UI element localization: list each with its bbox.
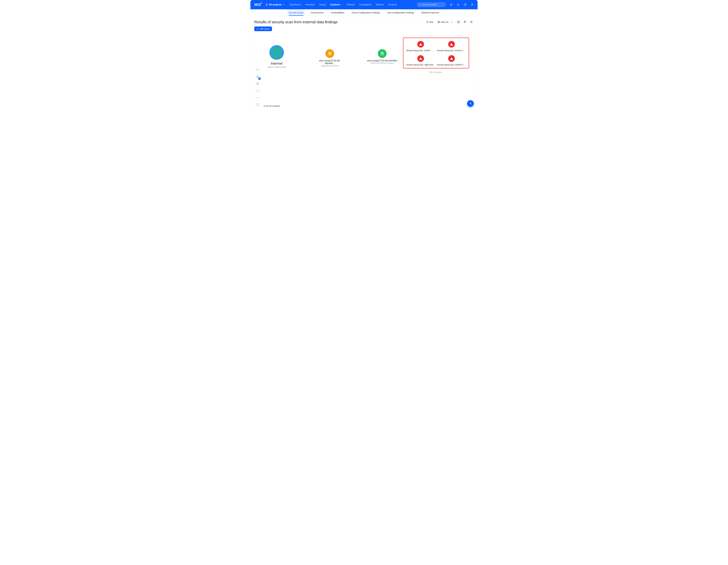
svg-point-7	[465, 22, 465, 23]
search-icon	[419, 3, 421, 6]
plus-icon	[256, 89, 259, 92]
main-nav: Dashboard Inventory Issues Explorer Poli…	[289, 3, 397, 6]
chevron-down-icon	[340, 4, 342, 6]
svg-point-11	[270, 45, 284, 59]
layers-button[interactable]: 2	[255, 74, 260, 79]
tab-vulnerabilities[interactable]: Vulnerabilities	[329, 10, 346, 16]
center-button[interactable]	[255, 81, 260, 86]
sparkle-icon	[469, 102, 472, 105]
project-selector-label: All projects	[269, 3, 282, 6]
finding-item[interactable]: Human Resources: GDPR Findings	[437, 55, 466, 66]
finding-label: Human Resources: High Risk...	[406, 64, 435, 66]
settings-button[interactable]	[457, 3, 460, 6]
nav-inventory[interactable]: Inventory	[305, 3, 315, 6]
alert-icon	[448, 55, 455, 62]
node-app-endpoint-subtitle: Application Endpoint	[314, 65, 345, 67]
nav-issues[interactable]: Issues	[319, 3, 326, 6]
zoom-out-button[interactable]	[255, 95, 260, 100]
nav-dashboard[interactable]: Dashboard	[289, 3, 301, 6]
search-input[interactable]: Search (Cmd/K)	[417, 2, 446, 7]
user-icon	[471, 3, 474, 6]
favorite-button[interactable]	[469, 20, 474, 24]
help-icon	[464, 3, 467, 6]
svg-point-1	[458, 4, 459, 5]
chevron-down-icon	[451, 21, 453, 23]
graph-canvas[interactable]: Internet Click to expand path amz-mysql-…	[250, 31, 478, 111]
finding-label: Human Resources: GDPR Findings	[437, 64, 466, 66]
new-button[interactable]: New	[425, 20, 435, 24]
user-menu-button[interactable]	[471, 3, 474, 6]
expand-icon	[256, 103, 259, 106]
svg-rect-4	[457, 21, 460, 23]
finding-label: Human Resources: French CNI...	[437, 49, 466, 52]
alert-icon	[417, 55, 424, 62]
alert-icon	[448, 41, 455, 48]
node-database-subtitle: AWS RDS MySQL Instance	[367, 62, 397, 64]
graph-icon	[464, 21, 466, 23]
nav-reports[interactable]: Reports	[376, 3, 384, 6]
collapse-hint: Click to colapse	[429, 71, 442, 73]
target-icon	[256, 82, 259, 85]
bell-icon	[450, 3, 453, 6]
pencil-icon	[257, 28, 259, 30]
nav-projects[interactable]: Projects	[388, 3, 397, 6]
graph-toolbar: 2	[255, 67, 260, 107]
alert-icon	[417, 41, 424, 48]
sidebar-icon	[457, 21, 460, 23]
stack-icon	[265, 3, 268, 6]
project-selector[interactable]: All projects	[265, 3, 285, 6]
fullscreen-button[interactable]	[255, 102, 260, 107]
save-as-button[interactable]: Save as...	[436, 20, 455, 24]
node-internet[interactable]: Internet Click to expand path	[262, 45, 291, 68]
chevron-down-icon	[282, 3, 285, 6]
node-internet-subtitle: Click to expand path	[262, 66, 291, 68]
tab-cloud-events[interactable]: Cloud Events	[309, 10, 325, 16]
search-placeholder: Search (Cmd/K)	[422, 3, 437, 6]
svg-point-0	[419, 4, 420, 5]
layout-button[interactable]	[255, 67, 260, 72]
star-icon	[470, 21, 473, 23]
findings-group[interactable]: Human Resources: GDPR - Dat... Human Res…	[403, 38, 469, 68]
finding-item[interactable]: Human Resources: High Risk...	[406, 55, 435, 66]
svg-point-13	[381, 52, 383, 53]
minus-icon	[256, 96, 259, 99]
nav-compliance[interactable]: Compliance	[359, 3, 371, 6]
finding-item[interactable]: Human Resources: French CNI...	[437, 41, 466, 52]
page-header: Results of security scan from external d…	[250, 16, 478, 26]
page-title: Results of security scan from external d…	[254, 20, 338, 24]
endpoint-icon	[325, 49, 334, 58]
node-database[interactable]: amz-mysql-5719-db-identifier AWS RDS MyS…	[367, 49, 397, 64]
help-button[interactable]	[464, 3, 467, 6]
explorer-tabs: Security Graph Cloud Events Vulnerabilit…	[250, 9, 478, 16]
file-icon	[426, 21, 428, 23]
layers-badge: 2	[258, 77, 261, 80]
save-icon	[438, 21, 440, 23]
nav-policies[interactable]: Policies	[347, 3, 355, 6]
svg-point-15	[257, 83, 258, 84]
finding-item[interactable]: Human Resources: GDPR - Dat...	[406, 41, 435, 52]
svg-point-3	[472, 4, 473, 5]
tab-cloud-config[interactable]: Cloud Configuration Findings	[350, 10, 381, 16]
results-count: 4 out of 4 results	[264, 105, 280, 107]
nav-explorer[interactable]: Explorer	[330, 3, 342, 6]
zoom-in-button[interactable]	[255, 88, 260, 93]
node-app-endpoint[interactable]: amz-mysql-5719-db-identifie... Applicati…	[314, 49, 345, 67]
node-database-title: amz-mysql-5719-db-identifier	[367, 59, 397, 62]
tab-host-config[interactable]: Host Configuration Findings	[386, 10, 416, 16]
tab-network-exposure[interactable]: Network Exposure	[420, 10, 441, 16]
node-app-endpoint-title: amz-mysql-5719-db-identifie...	[314, 59, 345, 65]
layers-icon	[256, 75, 259, 78]
panel-toggle-button[interactable]	[456, 20, 461, 24]
brand-logo: WIZ✦	[254, 3, 261, 7]
notifications-button[interactable]	[450, 3, 453, 6]
database-icon	[378, 49, 387, 58]
node-internet-title: Internet	[262, 61, 291, 66]
top-nav: WIZ✦ All projects Dashboard Inventory Is…	[250, 0, 478, 9]
graph-view-button[interactable]	[462, 20, 467, 24]
hierarchy-icon	[256, 68, 259, 71]
ai-assist-button[interactable]	[467, 100, 474, 107]
gear-icon	[457, 3, 460, 6]
globe-icon	[269, 45, 284, 60]
finding-label: Human Resources: GDPR - Dat...	[406, 49, 435, 52]
tab-security-graph[interactable]: Security Graph	[287, 10, 305, 16]
